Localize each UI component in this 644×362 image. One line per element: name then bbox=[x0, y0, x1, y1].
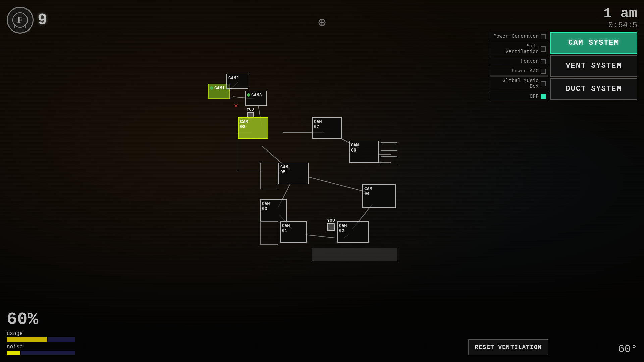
cam1-error-icon: ✕ bbox=[234, 101, 238, 110]
camera-node-cam02[interactable]: CAM02 bbox=[337, 221, 369, 243]
night-number: 9 bbox=[38, 11, 47, 29]
camera-node-cam04[interactable]: CAM04 bbox=[362, 184, 396, 208]
reset-ventilation-button[interactable]: RESET VENTILATION bbox=[468, 339, 548, 355]
toggle-sil-ventilation[interactable]: Sil. Ventilation bbox=[490, 42, 548, 56]
camera-node-cam01[interactable]: CAM01 bbox=[280, 221, 307, 243]
cam-system-button[interactable]: CAM SYSTEM bbox=[550, 32, 637, 54]
svg-line-10 bbox=[309, 177, 369, 193]
svg-text:F: F bbox=[17, 15, 23, 25]
noise-bar-empty bbox=[21, 351, 75, 355]
you-box-bottom bbox=[327, 223, 335, 231]
toggle-power-ac[interactable]: Power A/C bbox=[490, 67, 548, 76]
cam-bottom-left-box bbox=[260, 221, 278, 245]
toggle-off[interactable]: OFF bbox=[490, 92, 548, 101]
svg-line-14 bbox=[305, 235, 335, 238]
side-toggles-panel: Power Generator Sil. Ventilation Heater … bbox=[490, 32, 548, 101]
usage-bar bbox=[7, 337, 75, 342]
crosshair-icon: ⊕ bbox=[312, 13, 332, 34]
time-display: 1 am 0:54:5 bbox=[603, 7, 637, 30]
camera-node-cam08[interactable]: CAM08 bbox=[238, 117, 268, 139]
toggle-sil-ventilation-box[interactable] bbox=[541, 46, 546, 52]
camera-node-cam3-top[interactable]: CAM3 bbox=[245, 90, 267, 106]
noise-bar-fill bbox=[7, 351, 20, 355]
camera-node-cam07[interactable]: CAM07 bbox=[312, 117, 342, 139]
toggle-heater[interactable]: Heater bbox=[490, 57, 548, 66]
power-percent: 60% bbox=[7, 311, 75, 328]
toggle-heater-label: Heater bbox=[521, 59, 539, 64]
toggle-power-ac-box[interactable] bbox=[541, 69, 546, 74]
camera-node-cam06[interactable]: CAM06 bbox=[349, 141, 379, 163]
usage-label: usage bbox=[7, 330, 75, 337]
toggle-power-ac-label: Power A/C bbox=[512, 68, 539, 74]
time-seconds: 0:54:5 bbox=[603, 21, 637, 30]
toggle-global-music-box-label: Global Music Box bbox=[492, 78, 539, 89]
temperature-display: 60° bbox=[618, 343, 637, 355]
bottom-stats: 60% usage noise bbox=[7, 311, 75, 355]
camera-node-cam03[interactable]: CAM03 bbox=[260, 199, 287, 221]
freddy-logo: F bbox=[7, 7, 34, 34]
cam1-dot bbox=[210, 86, 213, 90]
toggle-power-generator[interactable]: Power Generator bbox=[490, 32, 548, 41]
usage-bar-empty bbox=[48, 337, 75, 342]
you-label-bottom: YOU bbox=[327, 218, 335, 223]
camera-map: CAM1 CAM2 ✕ CAM3 YOU CAM08 CAM07 CAM06 bbox=[208, 74, 409, 268]
cam06-extra-box-2 bbox=[381, 156, 397, 164]
you-marker-bottom: YOU bbox=[327, 218, 335, 231]
freddy-icon: F bbox=[12, 12, 29, 28]
toggle-off-label: OFF bbox=[530, 94, 539, 99]
camera-node-cam05[interactable]: CAM05 bbox=[278, 163, 309, 184]
cam-left-box bbox=[260, 163, 278, 189]
right-panel: CAM SYSTEM VENT SYSTEM DUCT SYSTEM bbox=[550, 32, 637, 100]
toggle-power-generator-label: Power Generator bbox=[493, 34, 539, 39]
noise-bar bbox=[7, 351, 75, 355]
toggle-global-music-box[interactable]: Global Music Box bbox=[490, 76, 548, 91]
cam-bottom-bar bbox=[312, 248, 397, 261]
toggle-global-music-box-box[interactable] bbox=[541, 81, 546, 86]
cam06-extra-box-1 bbox=[381, 142, 397, 151]
top-left-hud: F 9 bbox=[7, 7, 47, 34]
time-am: 1 am bbox=[603, 7, 637, 21]
toggle-heater-box[interactable] bbox=[541, 59, 546, 64]
cam3-top-dot bbox=[247, 93, 250, 97]
camera-node-cam2[interactable]: CAM2 bbox=[226, 74, 248, 89]
vent-system-button[interactable]: VENT SYSTEM bbox=[550, 55, 637, 77]
duct-system-button[interactable]: DUCT SYSTEM bbox=[550, 78, 637, 100]
usage-bar-fill bbox=[7, 337, 47, 342]
toggle-sil-ventilation-label: Sil. Ventilation bbox=[492, 43, 539, 55]
noise-label: noise bbox=[7, 344, 75, 350]
toggle-off-box[interactable] bbox=[541, 94, 546, 99]
toggle-power-generator-box[interactable] bbox=[541, 34, 546, 39]
